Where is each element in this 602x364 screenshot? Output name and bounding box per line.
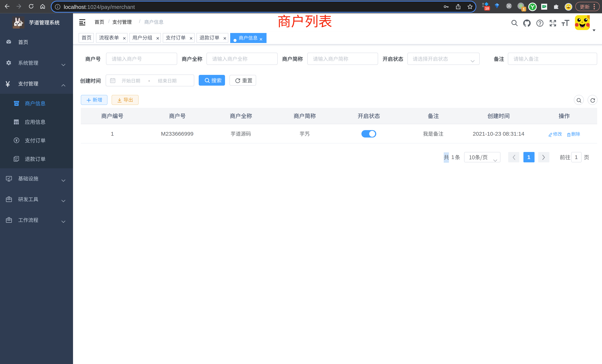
svg-text:10: 10 (485, 7, 489, 10)
svg-text:1: 1 (523, 7, 525, 11)
